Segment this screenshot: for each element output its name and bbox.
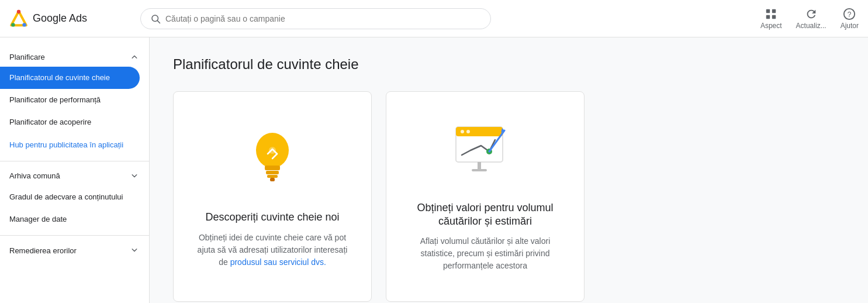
get-metrics-desc: Aflați volumul căutărilor și alte valori… [405,235,565,272]
sidebar-divider-2 [0,235,149,236]
discover-keywords-desc-link: produsul sau serviciul dvs. [230,257,326,267]
sidebar-divider-1 [0,161,149,161]
sidebar: Planificare Planificatorul de cuvinte ch… [0,37,150,303]
actualize-button[interactable]: Actualiz... [796,8,826,30]
sidebar-item-performance-planner-label: Planificator de performanță [9,95,101,104]
refresh-icon [805,8,818,20]
sidebar-item-keyword-planner-label: Planificatorul de cuvinte cheie [9,73,110,82]
planificare-section-header[interactable]: Planificare [0,47,149,67]
app-layout: Planificare Planificatorul de cuvinte ch… [0,37,868,303]
svg-rect-28 [478,162,481,169]
svg-rect-29 [472,169,487,171]
main-content: Planificatorul de cuvinte cheie [150,37,868,303]
svg-point-1 [11,23,15,26]
sidebar-item-content-suitability-label: Gradul de adecvare a conținutului [9,192,123,201]
aspect-button[interactable]: Aspect [760,8,782,30]
svg-point-3 [17,9,20,13]
help-button[interactable]: ? Ajutor [841,8,859,30]
aspect-label: Aspect [760,22,782,30]
lightbulb-icon [243,125,302,197]
sidebar-item-data-manager-label: Manager de date [9,215,67,223]
sidebar-item-app-hub[interactable]: Hub pentru publicitatea în aplicații [0,134,149,156]
remediere-label: Remedierea erorilor [9,246,77,255]
arhiva-label: Arhiva comună [9,171,60,180]
help-icon: ? [843,8,856,20]
svg-rect-17 [266,171,279,174]
search-icon [150,13,161,24]
sidebar-item-coverage-planner-label: Planificator de acoperire [9,118,91,126]
get-metrics-title: Obțineți valori pentru volumul căutărilo… [405,201,565,229]
svg-rect-18 [267,175,278,178]
search-bar [140,8,491,29]
remediere-section-header[interactable]: Remedierea erorilor [0,240,149,260]
discover-keywords-title: Descoperiți cuvinte cheie noi [205,211,339,224]
planificare-label: Planificare [9,53,45,61]
chart-icon [453,121,517,187]
arhiva-section-header[interactable]: Arhiva comună [0,166,149,186]
sidebar-item-data-manager[interactable]: Manager de date [0,208,149,230]
svg-rect-7 [772,9,776,12]
search-input-wrap[interactable] [140,8,491,29]
app-header: Google Ads Aspect Actualiz. [0,0,868,37]
google-ads-logo-icon [9,9,28,28]
cards-row: Descoperiți cuvinte cheie noi Obțineți i… [173,91,845,302]
svg-point-2 [22,23,26,26]
discover-keywords-desc: Obțineți idei de cuvinte cheie care vă p… [192,232,352,268]
chevron-down-icon-remediere [129,245,140,256]
sidebar-item-content-suitability[interactable]: Gradul de adecvare a conținutului [0,186,149,208]
actualize-label: Actualiz... [796,22,826,30]
sidebar-item-keyword-planner[interactable]: Planificatorul de cuvinte cheie [0,67,140,89]
sidebar-item-coverage-planner[interactable]: Planificator de acoperire [0,111,149,133]
svg-rect-16 [265,166,280,170]
get-metrics-card[interactable]: Obțineți valori pentru volumul căutărilo… [386,91,585,302]
svg-point-24 [466,130,470,133]
svg-point-20 [269,147,276,154]
svg-rect-19 [270,178,275,181]
svg-rect-6 [766,9,770,12]
layout-icon [765,8,777,20]
logo-area: Google Ads [9,9,126,28]
svg-point-23 [461,130,464,133]
discover-keywords-card[interactable]: Descoperiți cuvinte cheie noi Obțineți i… [173,91,372,302]
logo-text: Google Ads [33,12,87,25]
search-input[interactable] [165,14,481,23]
header-actions: Aspect Actualiz... ? Ajutor [760,8,859,30]
svg-text:?: ? [848,10,852,18]
help-label: Ajutor [841,22,859,30]
svg-rect-9 [772,15,776,18]
chevron-up-icon [129,51,140,62]
chevron-down-icon-arhiva [129,171,140,181]
sidebar-item-performance-planner[interactable]: Planificator de performanță [0,89,149,111]
page-title: Planificatorul de cuvinte cheie [173,56,845,73]
svg-line-5 [157,20,160,23]
svg-rect-8 [766,15,770,18]
sidebar-item-app-hub-label: Hub pentru publicitatea în aplicații [9,140,123,149]
